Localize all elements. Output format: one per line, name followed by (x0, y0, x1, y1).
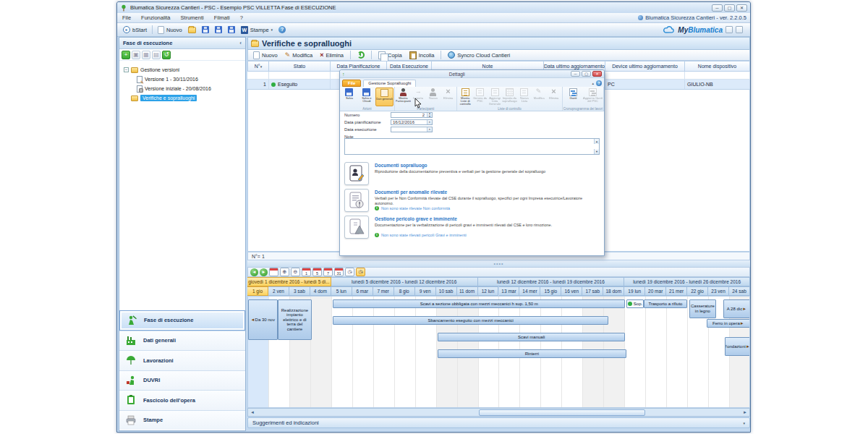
elimina-button[interactable]: ×Elimina (317, 51, 346, 59)
gantt-day-cell[interactable]: 8 gio (394, 286, 415, 296)
delete-version-button[interactable]: ▦ (142, 51, 150, 59)
gantt-day-cell[interactable]: 2 ven (268, 286, 289, 296)
stepper-arrows-icon[interactable]: ▲▼ (427, 113, 432, 117)
col-stato[interactable]: Stato (269, 61, 331, 72)
section-title-link[interactable]: Gestione pericolo grave e imminente (375, 216, 457, 221)
col-nome-dispositivo[interactable]: Nome dispositivo (685, 61, 750, 72)
gantt-bar[interactable]: Rinterri (438, 349, 626, 358)
gantt-day-cell[interactable]: 18 dom (603, 286, 624, 296)
dialog-minimize-icon[interactable]: ─ (571, 71, 580, 77)
gantt-scroll-right-icon[interactable]: ► (260, 268, 268, 276)
scroll-up-icon[interactable]: ▲ (594, 139, 599, 144)
ribbon-button[interactable]: Salva (341, 88, 358, 106)
gantt-bar[interactable]: Realizzazione impianto elettrico e di te… (278, 299, 312, 340)
minimize-icon[interactable]: ─ (712, 4, 723, 12)
tab-gestione-sopralluoghi[interactable]: Gestione Sopralluoghi (363, 80, 416, 87)
dialog-close-icon[interactable]: ✕ (592, 71, 602, 77)
gantt-scale-month-icon[interactable]: 31 (334, 268, 344, 276)
ribbon-button[interactable]: Elimina (547, 88, 561, 106)
col-device-ultimo[interactable]: Device ultimo aggiornamento (605, 61, 685, 72)
gantt-day-cell[interactable]: 14 mer (519, 286, 540, 296)
save-all-button[interactable] (225, 25, 238, 35)
nav-fase-di-esecuzione[interactable]: Fase di esecuzione (119, 310, 245, 331)
gantt-day-cell[interactable]: 24 sab (729, 286, 750, 296)
suggestions-bar[interactable]: Suggerimenti ed indicazioni ▾ (247, 417, 750, 428)
save-as-button[interactable] (212, 25, 225, 35)
gantt-day-cell[interactable]: 22 gio (687, 286, 708, 296)
gantt-bar[interactable]: Sbancamento eseguito con mezzi meccanici (333, 316, 608, 325)
gantt-day-cell[interactable]: 12 lun (478, 286, 499, 296)
info-link[interactable]: iNon sono state rilevate Non conformità (375, 206, 450, 210)
menu-file[interactable]: File (117, 13, 136, 22)
gantt-clock-off-icon[interactable]: ◷ (345, 268, 354, 276)
nav-fascicolo[interactable]: Fascicolo dell'opera (119, 390, 245, 410)
gantt-zoom-in-icon[interactable]: ⊕ (280, 268, 289, 276)
syncro-cloud-button[interactable]: Syncro Cloud Cantieri (445, 51, 513, 59)
gantt-week-cell[interactable]: lunedì 12 dicembre 2016 - lunedì 19 dice… (478, 277, 625, 286)
gantt-week-cell[interactable]: giovedì 1 dicembre 2016 - lunedì 5 di... (247, 277, 331, 286)
menu-strumenti[interactable]: Strumenti (176, 13, 209, 22)
dialog-help-icon[interactable]: ? (596, 80, 602, 86)
new-version-button[interactable]: + (122, 51, 130, 59)
ribbon-button[interactable]: Salva e Chiudi (358, 88, 375, 106)
news-icon[interactable] (736, 26, 743, 33)
splitter-handle[interactable]: •••• (247, 260, 750, 267)
maximize-icon[interactable]: ▢ (724, 4, 735, 12)
gantt-scale-day-icon[interactable]: 1 (302, 268, 311, 276)
gantt-day-cell[interactable]: 6 mar (352, 286, 373, 296)
gantt-day-cell[interactable]: 3 sab (289, 286, 310, 296)
section-title-link[interactable]: Documenti per anomalie rilevate (375, 190, 447, 195)
note-textarea[interactable]: ▲ ▼ (344, 138, 600, 155)
help-button[interactable]: ? (276, 25, 289, 35)
gantt-day-cell[interactable]: 13 mar (499, 286, 520, 296)
gantt-week-cell[interactable]: lunedì 5 dicembre 2016 - lunedì 12 dicem… (331, 277, 478, 286)
dialog-file-button[interactable]: File (342, 80, 361, 87)
data-esecuzione-picker[interactable]: ▾ (391, 127, 433, 132)
gantt-bar[interactable]: Trasporto a rifiuto (644, 299, 686, 308)
gantt-clock-on-icon[interactable]: ◷ (356, 268, 365, 276)
gantt-week-cell[interactable]: lunedì 19 dicembre 2016 - lunedì 26 dice… (624, 277, 750, 286)
ribbon-button[interactable]: Aggiorna Gantt del PSC (583, 88, 603, 106)
gantt-bar[interactable]: Ferro in opera► (707, 319, 749, 328)
gantt-bar[interactable]: Scavi a sezione obbligata con mezzi mecc… (333, 299, 625, 308)
tree-node-gestione-versioni[interactable]: − Gestione versioni (124, 65, 242, 75)
bstart-button[interactable]: ▸ bStart (120, 25, 150, 35)
gantt-day-cell[interactable]: 5 lun (331, 286, 352, 296)
tree-node-verifiche[interactable]: Verifiche e sopralluoghi (124, 93, 242, 103)
gantt-bar[interactable]: ◄Da 30 nov (248, 299, 278, 340)
tree-node-versione-iniziale[interactable]: Versione iniziale - 20/08/2016 (124, 84, 242, 93)
nav-lavorazioni[interactable]: Lavorazioni (119, 350, 245, 370)
date-dropdown-icon[interactable]: ▾ (427, 127, 432, 132)
collapse-node-icon[interactable]: − (124, 67, 129, 72)
section-title-link[interactable]: Documenti sopralluogo (375, 163, 427, 168)
gantt-scale-week-icon[interactable]: 7 (323, 268, 333, 276)
nav-stampe[interactable]: Stampe (119, 410, 245, 430)
ribbon-button[interactable]: Aggiungi Lista Generale (488, 88, 502, 106)
nav-duvri[interactable]: DUVRI (119, 370, 245, 391)
gantt-goto-today-icon[interactable] (269, 268, 278, 276)
gantt-day-cell[interactable]: 19 lun (624, 286, 645, 296)
menu-filmati[interactable]: Filmati (209, 13, 235, 22)
menu-help[interactable]: ? (235, 13, 248, 22)
new-button[interactable]: Nuovo (155, 25, 185, 35)
gantt-day-cell[interactable]: 1 gio (247, 286, 268, 296)
gantt-bar[interactable]: Casserature in legno (689, 299, 717, 318)
gantt-day-cell[interactable]: 15 gio (540, 286, 561, 296)
gantt-day-cell[interactable]: 23 ven (708, 286, 729, 296)
ribbon-button[interactable]: Mostra Liste di controllo (458, 88, 472, 106)
menu-funzionalita[interactable]: Funzionalità (136, 13, 175, 22)
gantt-bar[interactable]: Scavi manuali (438, 333, 625, 341)
refresh-button[interactable] (354, 51, 367, 59)
gantt-day-cell[interactable]: 17 sab (582, 286, 603, 296)
myblumatica-brand[interactable]: MyBlumatica (678, 26, 723, 34)
ribbon-button[interactable]: Elimina (441, 88, 456, 106)
gantt-zoom-out-icon[interactable]: ⊖ (291, 268, 300, 276)
scroll-left-icon[interactable]: ◄ (248, 409, 257, 416)
ribbon-button[interactable]: Importa da sopralluogo (502, 88, 516, 106)
dialog-titlebar[interactable]: ↑ Dettagli ─ ▢ ✕ (340, 70, 604, 78)
gantt-bar[interactable]: A 28 dic► (723, 299, 749, 318)
account-icon[interactable] (726, 26, 733, 33)
info-link[interactable]: iNon sono state rilevati pericoli Gravi … (375, 233, 467, 237)
gantt-day-cell[interactable]: 7 mer (373, 286, 394, 296)
gantt-day-cell[interactable]: 9 ven (415, 286, 436, 296)
